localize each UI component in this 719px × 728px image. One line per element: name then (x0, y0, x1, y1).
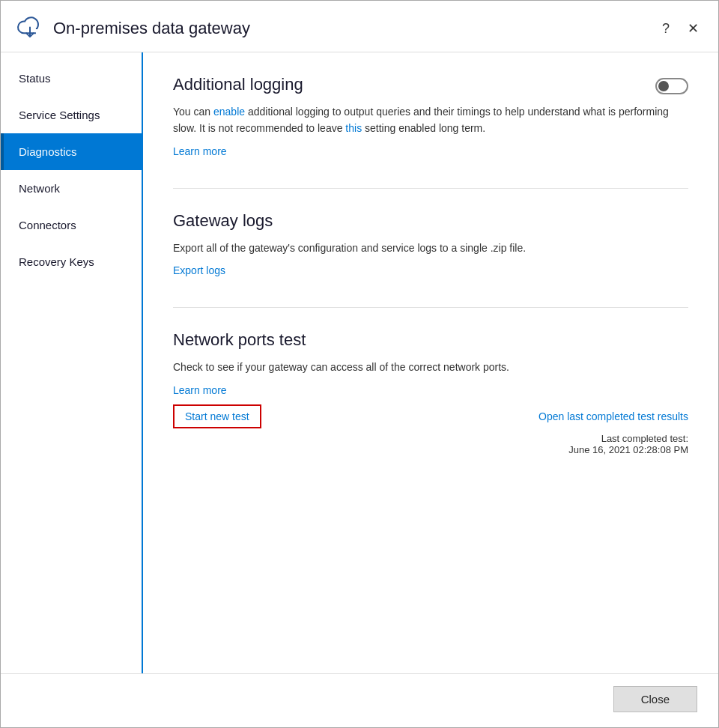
sidebar-item-network[interactable]: Network (1, 170, 142, 207)
divider-2 (173, 307, 688, 308)
sidebar: Status Service Settings Diagnostics Netw… (1, 52, 143, 673)
main-content: Status Service Settings Diagnostics Netw… (1, 52, 718, 673)
sidebar-item-connectors[interactable]: Connectors (1, 207, 142, 243)
start-new-test-link[interactable]: Start new test (173, 404, 261, 428)
sidebar-item-status[interactable]: Status (1, 60, 142, 97)
sidebar-item-recovery-keys[interactable]: Recovery Keys (1, 243, 142, 280)
network-test-actions: Start new test Open last completed test … (173, 404, 688, 428)
additional-logging-section: Additional logging You can enable additi… (173, 75, 688, 158)
additional-logging-learn-more[interactable]: Learn more (173, 145, 227, 157)
open-last-results-link[interactable]: Open last completed test results (539, 410, 688, 422)
divider-1 (173, 188, 688, 189)
additional-logging-desc: You can enable additional logging to out… (173, 103, 688, 137)
gateway-logs-title: Gateway logs (173, 211, 688, 231)
sidebar-item-diagnostics[interactable]: Diagnostics (1, 133, 142, 170)
export-logs-link[interactable]: Export logs (173, 264, 225, 276)
network-ports-test-title: Network ports test (173, 330, 688, 350)
last-completed-label: Last completed test: (173, 433, 688, 444)
additional-logging-toggle[interactable] (655, 78, 688, 94)
help-button[interactable]: ? (658, 20, 674, 37)
sidebar-item-service-settings[interactable]: Service Settings (1, 97, 142, 133)
additional-logging-title: Additional logging (173, 75, 640, 94)
last-completed-date: June 16, 2021 02:28:08 PM (173, 444, 688, 455)
content-area: Additional logging You can enable additi… (143, 52, 718, 673)
gateway-icon (16, 14, 44, 43)
network-ports-learn-more[interactable]: Learn more (173, 384, 227, 396)
title-bar: On-premises data gateway ? ✕ (1, 1, 718, 52)
close-window-button[interactable]: ✕ (683, 20, 703, 37)
additional-logging-header-text: Additional logging (173, 75, 640, 103)
network-ports-test-desc: Check to see if your gateway can access … (173, 359, 688, 375)
close-button[interactable]: Close (613, 686, 697, 712)
window-controls: ? ✕ (658, 20, 703, 37)
gateway-logs-desc: Export all of the gateway's configuratio… (173, 240, 688, 256)
last-test-info: Last completed test: June 16, 2021 02:28… (173, 433, 688, 455)
additional-logging-header: Additional logging (173, 75, 688, 103)
app-title: On-premises data gateway (53, 19, 658, 38)
network-ports-test-section: Network ports test Check to see if your … (173, 330, 688, 455)
footer: Close (1, 673, 718, 727)
app-window: On-premises data gateway ? ✕ Status Serv… (0, 0, 719, 728)
gateway-logs-section: Gateway logs Export all of the gateway's… (173, 211, 688, 277)
